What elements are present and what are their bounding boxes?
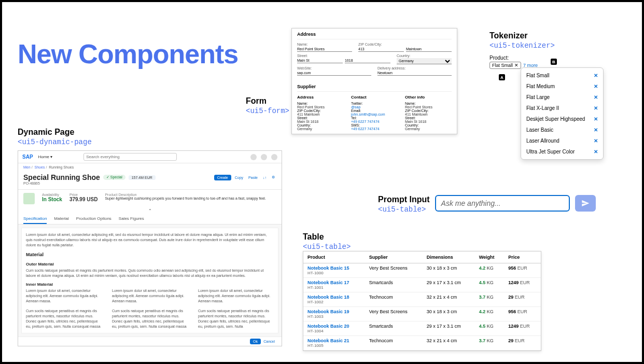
bell-icon[interactable]: [250, 154, 257, 160]
product-name[interactable]: Notebook Basic 19: [307, 309, 361, 314]
website-input[interactable]: [297, 71, 371, 76]
dynamic-page-tag: <ui5-dynamic-page: [18, 138, 282, 146]
avatar[interactable]: [271, 154, 277, 160]
cancel-button[interactable]: Cancel: [262, 339, 276, 344]
token-close-icon[interactable]: ✕: [514, 63, 519, 68]
close-icon[interactable]: ✕: [594, 105, 598, 111]
token-flat-small[interactable]: Flat Small✕: [489, 62, 521, 69]
tab-specification[interactable]: Specification: [23, 216, 47, 224]
popover-item[interactable]: Flat Small✕: [521, 70, 603, 81]
s-street-value: Main St 1618: [297, 120, 344, 123]
settings-icon[interactable]: ⚙: [270, 174, 276, 180]
product-name[interactable]: Notebook Basic 21: [307, 338, 361, 343]
header-content: AvailabilityIn Stock Price379.99 USD Pro…: [18, 190, 282, 207]
o-country-label: Country:: [405, 123, 418, 127]
delivery-input[interactable]: [377, 71, 452, 76]
table-row[interactable]: Notebook Basic 21HT-1005 Technocom 32 x …: [303, 336, 541, 351]
s-country-label: Country:: [297, 123, 311, 127]
popover-item[interactable]: Deskjet Super Highspeed✕: [521, 114, 603, 124]
close-icon[interactable]: ✕: [594, 127, 598, 133]
close-icon[interactable]: ✕: [594, 83, 598, 89]
share-icon[interactable]: ↓↑: [261, 175, 268, 180]
inner-material-heading: Inner Material: [26, 282, 274, 287]
prompt-label: Prompt Input: [378, 195, 430, 204]
popover-item-label: Deskjet Super Highspeed: [526, 116, 585, 122]
supplier-cell: Technocom: [365, 292, 423, 307]
home-menu[interactable]: Home ▾: [38, 155, 53, 159]
th-product: Product: [303, 251, 365, 263]
popover-item[interactable]: Laser Basic✕: [521, 124, 603, 135]
price-cell: 29 EUR: [508, 338, 525, 343]
supplier-address-heading: Address: [297, 95, 344, 100]
create-button[interactable]: Create: [214, 175, 231, 180]
sms-value[interactable]: +49 6227 747474: [351, 127, 398, 131]
availability-label: Availability: [42, 193, 62, 197]
copy-button[interactable]: Copy: [233, 175, 245, 180]
tab-material[interactable]: Material: [54, 216, 68, 224]
close-icon[interactable]: ✕: [594, 94, 598, 100]
supplier-cell: Very Best Screens: [365, 263, 423, 278]
email-value[interactable]: john.smith@sap.com: [351, 113, 398, 116]
ok-button[interactable]: Ok: [250, 339, 261, 344]
product-name[interactable]: Notebook Basic 15: [307, 265, 361, 271]
desc-label: Product Description: [105, 193, 276, 197]
product-code: HT-1001: [307, 285, 361, 290]
city-input[interactable]: [406, 47, 452, 52]
notification-icon[interactable]: [261, 154, 267, 160]
price-cell: 1249 EUR: [508, 280, 530, 285]
zip-input[interactable]: [358, 47, 404, 52]
table-row[interactable]: Notebook Basic 19HT-1003 Very Best Scree…: [303, 307, 541, 321]
tab-sales[interactable]: Sales Figures: [119, 216, 144, 224]
close-icon[interactable]: ✕: [594, 138, 598, 144]
supplier-cell: Very Best Screens: [365, 307, 423, 321]
product-code: HT-1000: [307, 271, 361, 275]
tab-production[interactable]: Production Options: [76, 216, 111, 224]
zip-label: ZIP Code/City:: [358, 43, 452, 46]
close-icon[interactable]: ✕: [594, 116, 598, 122]
product-name[interactable]: Notebook Basic 20: [307, 324, 361, 329]
popover-item[interactable]: Flat Large✕: [521, 92, 603, 103]
crumb-men[interactable]: Men: [23, 165, 31, 169]
prompt-tag: <ui5-table>: [378, 205, 430, 214]
streetno-input[interactable]: [345, 58, 390, 63]
search-field[interactable]: [83, 153, 177, 161]
send-button[interactable]: [575, 195, 596, 212]
search-input[interactable]: [83, 153, 177, 161]
o-name-value: Red Point Stores: [405, 105, 452, 109]
popover-item[interactable]: Laser Allround✕: [521, 135, 603, 146]
dimensions-cell: 29 x 17 x 3.1 cm: [423, 278, 475, 292]
delivery-label: Delivery address:: [377, 66, 452, 70]
tokenizer-popover: Flat Small✕Flat Medium✕Flat Large✕Flat X…: [521, 67, 604, 160]
tel-value[interactable]: +49 6227 747474: [351, 120, 398, 123]
name-input[interactable]: [297, 47, 352, 52]
product-name[interactable]: Notebook Basic 17: [307, 280, 361, 285]
col3-p2: Cum sociis natoque penatibus et magnis d…: [198, 309, 274, 329]
availability-value: In Stock: [42, 197, 62, 202]
product-label: Product:: [489, 55, 555, 61]
material-heading: Material: [26, 251, 274, 258]
paste-button[interactable]: Paste: [247, 175, 259, 180]
table-row[interactable]: Notebook Basic 18HT-1002 Technocom 32 x …: [303, 292, 541, 307]
country-select[interactable]: Germany: [397, 58, 452, 64]
table-row[interactable]: Notebook Basic 17HT-1001 Smartcards 29 x…: [303, 278, 541, 292]
prompt-input[interactable]: Ask me anything...: [435, 195, 570, 212]
popover-item[interactable]: Ultra Jet Super Color✕: [521, 146, 603, 157]
table-row[interactable]: Notebook Basic 20HT-1004 Smartcards 29 x…: [303, 321, 541, 336]
tabs: Specification Material Production Option…: [18, 214, 282, 225]
street-input[interactable]: [297, 58, 343, 63]
price-cell: 956 EUR: [508, 265, 527, 271]
supplier-contact-heading: Contact: [351, 95, 398, 100]
product-name[interactable]: Notebook Basic 18: [307, 295, 361, 300]
collapse-icon[interactable]: ⌃: [18, 207, 282, 214]
th-supplier: Supplier: [365, 251, 423, 263]
twitter-value[interactable]: @sap: [351, 105, 398, 109]
country-label: Country:: [397, 54, 452, 58]
popover-item[interactable]: Flat Medium✕: [521, 81, 603, 92]
table-row[interactable]: Notebook Basic 15HT-1000 Very Best Scree…: [303, 263, 541, 278]
popover-item[interactable]: Flat X-Large II✕: [521, 103, 603, 114]
shellbar: SAP Home ▾: [18, 151, 282, 163]
crumb-shoes[interactable]: Shoes: [35, 165, 45, 169]
close-icon[interactable]: ✕: [594, 149, 598, 155]
close-icon[interactable]: ✕: [594, 73, 598, 78]
col1-p1: Lorem ipsum dolor sit amet, consectetur …: [26, 288, 102, 303]
